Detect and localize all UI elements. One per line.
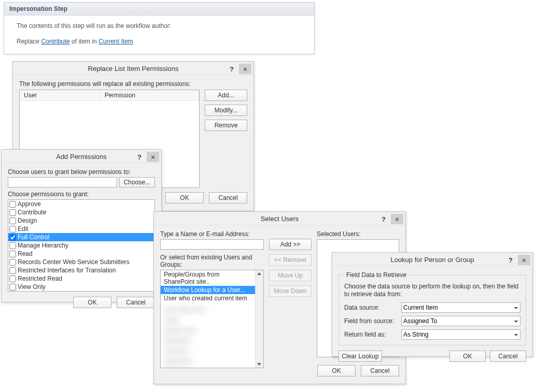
lookup-prompt: Choose the data source to perform the lo… [344,283,520,298]
permission-item[interactable]: Records Center Web Service Submitters [8,258,154,266]
permission-item[interactable]: Approve [8,200,154,208]
permission-item[interactable]: Contribute [8,208,154,216]
fieldset-legend: Field Data to Retrieve [344,271,408,279]
moveup-button[interactable]: Move Up [269,270,312,281]
col-user: User [20,90,101,100]
permission-label: Edit [18,225,29,233]
close-icon[interactable]: × [391,214,403,224]
replace-text-pre: Replace [17,38,41,45]
permission-item[interactable]: Restricted Interfaces for Translation [8,266,154,274]
permission-item[interactable]: Restricted Read [8,274,154,283]
add-perm-title: Add Permissions [56,153,107,161]
permission-label: Full Control [18,233,49,241]
permission-checkbox[interactable] [9,267,16,274]
col-permission: Permission [101,90,199,100]
data-source-select[interactable]: Current Item [401,302,520,313]
replace-text-mid: of item in [70,38,98,45]
permission-label: Restricted Interfaces for Translation [18,266,116,274]
ok-button[interactable]: OK [449,351,486,362]
permissions-listbox[interactable]: ApproveContributeDesignEditFull ControlM… [8,199,155,292]
users-list-item[interactable]: People/Groups from SharePoint site.. [161,270,255,286]
permission-item[interactable]: Manage Hierarchy [8,241,154,250]
permission-label: Contribute [18,208,46,216]
permission-item[interactable]: Full Control [8,233,154,241]
users-list-item[interactable]: Workflow Lookup for a User... [161,286,255,294]
lookup-dialog: Lookup for Person or Group ? × Field Dat… [332,252,533,357]
data-source-label: Data source: [344,304,401,311]
permission-label: Restricted Read [18,274,62,283]
modify-button[interactable]: Modify... [205,105,247,116]
remove-button[interactable]: << Remove [269,254,312,266]
users-groups-listbox[interactable]: People/Groups from SharePoint site..Work… [160,270,264,368]
close-icon[interactable]: × [518,255,530,265]
lookup-title: Lookup for Person or Group [390,256,474,264]
impersonation-step-panel: Impersonation Step The contents of this … [4,2,315,54]
permission-checkbox[interactable] [9,217,16,224]
replace-perm-prompt: The following permissions will replace a… [19,80,247,88]
ok-button[interactable]: OK [73,297,111,308]
permission-checkbox[interactable] [9,251,16,257]
permission-checkbox[interactable] [9,259,16,266]
field-data-fieldset: Field Data to Retrieve Choose the data s… [338,271,526,345]
users-label: Choose users to grant below permissions … [8,168,155,176]
link-current-item[interactable]: Current Item [98,38,133,45]
help-icon[interactable]: ? [225,64,238,74]
selected-users-label: Selected Users: [317,230,399,238]
remove-button[interactable]: Remove [205,120,247,131]
field-from-label: Field from source: [344,317,401,325]
cancel-button[interactable]: Cancel [209,192,247,204]
field-from-select[interactable]: Assigned To [401,316,520,326]
permission-checkbox[interactable] [9,284,16,291]
close-icon[interactable]: × [239,64,251,74]
help-icon[interactable]: ? [133,152,146,162]
permission-item[interactable]: View Only [8,283,154,291]
permission-checkbox[interactable] [9,201,16,208]
permission-label: Read [18,250,33,258]
or-select-label: Or select from existing Users and Groups… [160,254,264,268]
add-button[interactable]: Add >> [269,239,312,250]
select-users-title: Select Users [261,215,299,223]
permission-item[interactable]: Read [8,250,154,258]
cancel-button[interactable]: Cancel [117,297,155,308]
choose-button[interactable]: Choose... [119,177,155,187]
help-icon[interactable]: ? [377,214,390,224]
permission-label: Approve [18,200,41,208]
permission-checkbox[interactable] [9,275,16,282]
link-contribute[interactable]: Contribute [41,38,69,45]
clear-lookup-button[interactable]: Clear Lookup [338,351,382,362]
scrollbar[interactable] [255,270,263,368]
permission-item[interactable]: Edit [8,225,154,233]
permission-checkbox[interactable] [9,226,16,233]
users-list-item[interactable]: User who created current item [161,294,255,302]
impersonation-title: Impersonation Step [4,3,314,16]
type-name-label: Type a Name or E-mail Address: [160,230,264,238]
permission-item[interactable]: Design [8,216,154,225]
permission-label: Design [18,216,37,225]
add-button[interactable]: Add... [205,90,247,101]
close-icon[interactable]: × [147,152,159,162]
ok-button[interactable]: OK [165,192,204,204]
return-field-label: Return field as: [344,331,401,338]
help-icon[interactable]: ? [504,255,517,265]
name-email-input[interactable] [160,239,264,250]
permission-label: Manage Hierarchy [18,241,68,250]
permission-label: View Only [18,283,46,291]
movedown-button[interactable]: Move Down [269,285,312,297]
permission-label: Records Center Web Service Submitters [18,258,130,266]
perms-label: Choose permissions to grant: [8,191,155,198]
cancel-button[interactable]: Cancel [490,351,526,362]
permission-checkbox[interactable] [9,209,16,216]
users-input[interactable] [8,177,117,187]
impersonation-desc: The contents of this step will run as th… [17,21,302,31]
permission-checkbox[interactable] [9,234,16,241]
return-field-select[interactable]: As String [401,329,520,340]
replace-perm-title: Replace List Item Permissions [88,65,179,72]
add-permissions-dialog: Add Permissions ? × Choose users to gran… [1,149,162,302]
blurred-items: ■■■ ■■■■ ■■■■■■■■■■■■ ■■■■■■■■■■■■■ ■■■■… [161,302,255,368]
permission-checkbox[interactable] [9,242,16,249]
